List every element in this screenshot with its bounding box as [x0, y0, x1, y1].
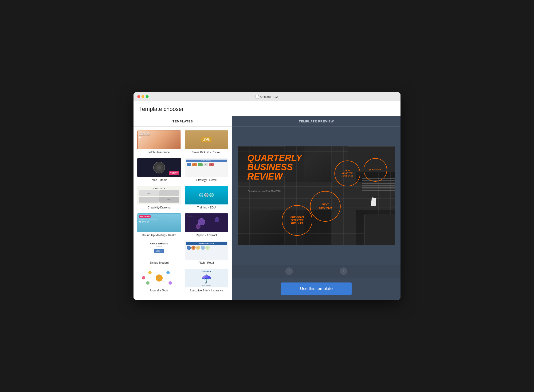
close-button[interactable]	[137, 95, 140, 98]
window-title: Untitled Prezi	[255, 95, 278, 98]
page-header: Template chooser	[133, 101, 401, 116]
template-label: Pitch - Insurance	[137, 151, 181, 154]
template-item-sales-kickoff[interactable]: SALESKICKOFF Sales KickOff - Rocket	[185, 131, 229, 154]
template-label: Pitch - Media	[137, 178, 181, 182]
template-label: Strategy - Retail	[185, 178, 229, 182]
template-item-around-topic[interactable]: 🔗 Around a Topic	[137, 269, 181, 293]
template-label: Report - Abstract	[185, 233, 229, 237]
template-item-pitch-insurance[interactable]: INSURANCESALES PITCH Pitch - Insurance	[137, 131, 181, 154]
template-thumb-pitch-media: MEDIA SALESPITCH	[137, 158, 181, 177]
circle-prev-quarter: PREVIOUSQUARTERRESULTS	[282, 205, 312, 236]
template-item-training-edu[interactable]: INTRO TOPIC POP Training - EDU	[185, 186, 229, 210]
preview-nav: ‹ ›	[232, 265, 401, 278]
template-thumb-strategy-retail: Retail Strategy A B C D E	[185, 158, 229, 177]
template-item-pitch-retail[interactable]: RETAIL SALES PITCH Co 🎧 💼 🚲 🔒 Pitch - Re…	[185, 241, 229, 265]
titlebar: Untitled Prezi	[133, 92, 401, 101]
preview-image: QUARTERLY BUSINESS REVIEW Presented by N…	[238, 146, 395, 245]
template-item-report-abstract[interactable]: Project report Report - Abstract	[185, 213, 229, 237]
template-thumb-report-abstract: Project report	[185, 213, 229, 232]
template-item-creativity-drawing[interactable]: CREATIVITY TOPIC 1 TOPIC 2	[137, 186, 181, 210]
template-item-pitch-media[interactable]: MEDIA SALESPITCH Pitch - Media	[137, 158, 181, 182]
circle-forecast: NEXTQUARTERFORECAST	[334, 160, 360, 186]
template-item-strategy-retail[interactable]: Retail Strategy A B C D E Strategy - Ret…	[185, 158, 229, 182]
template-item-exec-brief[interactable]: INSURANCE ☂️ PERFORMANCE Executive Brief…	[185, 269, 229, 293]
vehicle	[371, 197, 376, 206]
document-icon	[255, 95, 259, 98]
app-content: Template chooser TEMPLATES INSURANCESALE…	[133, 101, 401, 300]
preview-panel: TEMPLATE PREVIEW	[232, 116, 401, 300]
templates-panel-heading: TEMPLATES	[133, 116, 232, 127]
template-item-simple-modern[interactable]: SIMPLE TEMPLATE SUBTITLE SIMPLETOPIC 01 …	[137, 241, 181, 265]
use-template-button[interactable]: Use this template	[281, 282, 352, 295]
template-thumb-round-up-health: HEALTHCARE Weekly Monthly Roundup Meetin…	[137, 213, 181, 232]
templates-panel: TEMPLATES INSURANCESALES PITCH Pitch - I…	[133, 116, 232, 300]
qbr-title: QUARTERLY BUSINESS REVIEW	[247, 154, 302, 182]
qbr-subtitle: Presented by NAME for COMPANY	[248, 190, 281, 192]
template-item-round-up-health[interactable]: HEALTHCARE Weekly Monthly Roundup Meetin…	[137, 213, 181, 237]
prev-arrow[interactable]: ‹	[285, 267, 293, 275]
template-thumb-pitch-retail: RETAIL SALES PITCH Co 🎧 💼 🚲 🔒	[185, 241, 229, 260]
template-thumb-exec-brief: INSURANCE ☂️ PERFORMANCE	[185, 269, 229, 287]
main-window: Untitled Prezi Template chooser TEMPLATE…	[133, 92, 401, 300]
page-title: Template chooser	[139, 106, 395, 112]
building-br	[364, 215, 395, 245]
qbr-background: QUARTERLY BUSINESS REVIEW Presented by N…	[238, 146, 395, 245]
preview-panel-heading: TEMPLATE PREVIEW	[232, 116, 401, 127]
template-label: Sales KickOff - Rocket	[185, 151, 229, 154]
template-thumb-sales-kickoff: SALESKICKOFF	[185, 131, 229, 149]
template-thumb-around-topic: 🔗	[137, 269, 181, 287]
template-label: Simple-Modern	[137, 261, 181, 265]
use-template-area: Use this template	[232, 278, 401, 300]
circle-next-quarter: NEXTQUARTER	[310, 191, 341, 222]
circle-questions: QUESTIONS	[364, 158, 387, 182]
template-thumb-simple-modern: SIMPLE TEMPLATE SUBTITLE SIMPLETOPIC 01	[137, 241, 181, 260]
template-label: Executive Brief - Insurance	[185, 289, 229, 293]
template-label: Pitch - Retail	[185, 261, 229, 265]
next-arrow[interactable]: ›	[340, 267, 347, 275]
main-layout: TEMPLATES INSURANCESALES PITCH Pitch - I…	[133, 116, 401, 300]
template-thumb-creativity-drawing: CREATIVITY TOPIC 1 TOPIC 2	[137, 186, 181, 205]
preview-content: QUARTERLY BUSINESS REVIEW Presented by N…	[232, 127, 401, 265]
traffic-lights	[137, 95, 149, 98]
template-thumb-pitch-insurance: INSURANCESALES PITCH	[137, 131, 181, 149]
minimize-button[interactable]	[141, 95, 144, 98]
template-label: Around a Topic	[137, 289, 181, 293]
maximize-button[interactable]	[146, 95, 149, 98]
template-thumb-training-edu: INTRO TOPIC POP	[185, 186, 229, 205]
template-label: Training - EDU	[185, 206, 229, 210]
template-label: Creativity-Drawing	[137, 206, 181, 210]
templates-grid: INSURANCESALES PITCH Pitch - Insurance S…	[133, 127, 232, 300]
template-label: Round Up Meeting - Health	[137, 233, 181, 237]
